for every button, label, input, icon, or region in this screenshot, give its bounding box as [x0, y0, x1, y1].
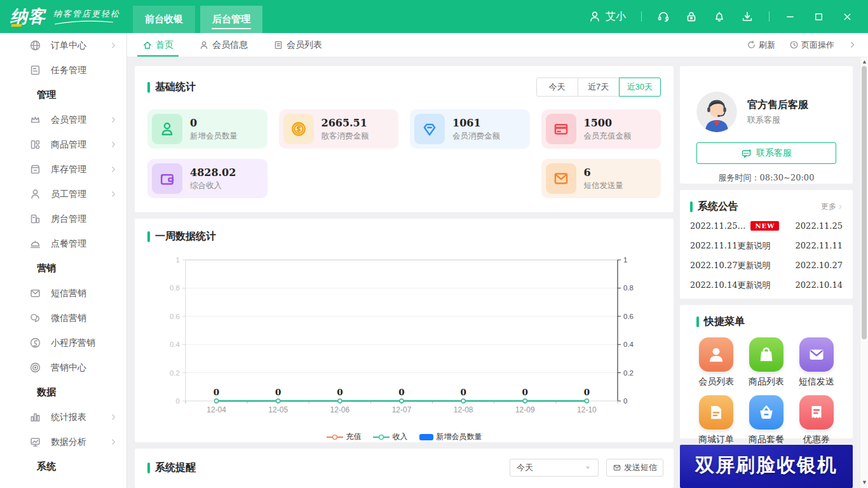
basic-stats-header: 基础统计 今天 近7天 近30天	[135, 66, 674, 97]
announcement-row[interactable]: 2022.11.25… NEW 2022.11.25	[680, 216, 853, 236]
service-title: 官方售后客服	[747, 98, 808, 112]
filter-7days[interactable]: 近7天	[578, 78, 620, 97]
legend-item[interactable]: 充值	[327, 431, 362, 442]
room-icon	[29, 213, 41, 225]
quick-coupon[interactable]: 优惠券	[791, 395, 841, 445]
tab-home[interactable]: 首页	[141, 33, 175, 57]
svg-text:0: 0	[398, 387, 404, 397]
svg-text:1: 1	[623, 256, 627, 264]
svg-text:0: 0	[584, 387, 590, 397]
sidebar-item-staff-manage[interactable]: 员工管理	[0, 182, 126, 207]
app-slogan: 纳客管店更轻松	[53, 8, 120, 20]
sidebar-item-label: 微信营销	[51, 313, 118, 324]
download-icon[interactable]	[741, 10, 754, 23]
refresh-button[interactable]: 刷新	[747, 39, 775, 51]
user-menu[interactable]: 艾小	[588, 10, 626, 24]
quick-label: 短信发送	[799, 376, 834, 388]
basic-stats-title: 基础统计	[155, 81, 196, 94]
more-link[interactable]: 更多	[821, 201, 844, 212]
quick-member-list[interactable]: 会员列表	[691, 337, 742, 388]
maximize-icon[interactable]	[813, 11, 824, 22]
contact-service-button[interactable]: 联系客服	[696, 142, 836, 164]
sidebar-item-wechat-marketing[interactable]: 微信营销	[0, 306, 126, 330]
legend-item[interactable]: 收入	[373, 431, 408, 442]
sidebar-item-data-analysis[interactable]: 数据分析	[0, 430, 126, 454]
qm-bag-icon	[757, 345, 776, 364]
tab-backoffice[interactable]: 后台管理	[200, 6, 262, 33]
tab-member-info[interactable]: 会员信息	[198, 33, 249, 57]
headset-icon[interactable]	[657, 10, 670, 23]
svg-text:12-08: 12-08	[454, 405, 473, 414]
svg-text:0: 0	[522, 387, 528, 397]
sidebar-item-order-center[interactable]: 订单中心	[0, 33, 126, 58]
sidebar-item-miniapp-marketing[interactable]: 小程序营销	[0, 330, 126, 355]
bell-icon[interactable]	[713, 10, 726, 23]
stat-walkin-spend[interactable]: 2665.51 散客消费金额	[279, 109, 399, 149]
sidebar-item-marketing-center[interactable]: 营销中心	[0, 355, 126, 380]
stat-sms-sent[interactable]: 6 短信发送量	[541, 159, 661, 198]
ad-banner[interactable]: 双屏刷脸收银机	[680, 445, 853, 488]
lock-icon[interactable]	[685, 10, 698, 23]
sidebar-item-task-manage[interactable]: 任务管理	[0, 58, 126, 83]
announcements-card: 系统公告 更多 2022.11.25… NEW 2022.11.25	[680, 190, 853, 299]
announcement-row[interactable]: 2022.10.14更新说明 2022.10.14	[680, 275, 853, 295]
app-logo: 纳客	[10, 5, 46, 28]
time-filter-group: 今天 近7天 近30天	[536, 78, 661, 97]
announcement-title: 2022.10.27更新说明	[690, 260, 770, 271]
stat-total-income[interactable]: 4828.02 综合收入	[147, 159, 268, 198]
dish-icon	[29, 238, 41, 250]
service-subtitle: 联系客服	[747, 114, 808, 126]
sms-icon	[613, 463, 621, 472]
legend-item[interactable]: 新增会员数量	[419, 431, 482, 442]
sidebar-item-member-manage[interactable]: 会员管理	[0, 107, 126, 132]
weekly-line-chart[interactable]: 000.20.20.40.40.60.60.80.81112-0412-0512…	[144, 248, 658, 428]
tab-member-list[interactable]: 会员列表	[272, 33, 323, 57]
accent-bar	[147, 82, 150, 93]
stat-new-members[interactable]: 0 新增会员数量	[147, 109, 268, 149]
svg-text:0: 0	[214, 387, 219, 397]
sidebar-item-goods-manage[interactable]: 商品管理	[0, 132, 126, 157]
reminder-day-select[interactable]: 今天	[510, 459, 599, 477]
quick-label: 会员列表	[698, 376, 734, 388]
quick-goods-combo[interactable]: 商品套餐	[742, 395, 792, 445]
filter-today[interactable]: 今天	[536, 78, 578, 97]
qm-basket-icon	[757, 403, 776, 422]
slogan-wrap: 纳客管店更轻松	[53, 8, 120, 25]
quick-menu-card: 快捷菜单 会员列表 商品列表 短信发送	[680, 305, 853, 438]
close-icon[interactable]	[842, 11, 853, 22]
sidebar-item-label: 点餐管理	[51, 238, 118, 250]
task-icon	[29, 64, 41, 76]
quick-sms-send[interactable]: 短信发送	[791, 337, 841, 388]
stat-value: 1061	[452, 117, 500, 129]
scroll-up-arrow[interactable]: ▲	[860, 57, 868, 66]
stat-member-spend[interactable]: 1061 会员消费金额	[410, 109, 530, 149]
scroll-down-arrow[interactable]: ▼	[860, 478, 868, 487]
accent-bar	[147, 231, 150, 242]
send-sms-button[interactable]: 发送短信	[606, 459, 663, 477]
quick-goods-list[interactable]: 商品列表	[742, 337, 792, 388]
chevron-right-icon[interactable]	[848, 41, 857, 49]
quick-mall-orders[interactable]: 商城订单	[691, 395, 742, 445]
user-icon	[588, 10, 601, 23]
chevron-right-icon	[109, 190, 118, 198]
sidebar-item-label: 员工管理	[51, 189, 109, 200]
announcement-row[interactable]: 2022.11.11更新说明 2022.11.11	[680, 236, 853, 255]
announcement-row[interactable]: 2022.10.27更新说明 2022.10.27	[680, 255, 853, 275]
minimize-icon[interactable]	[785, 11, 796, 22]
filter-30days[interactable]: 近30天	[619, 78, 661, 97]
sidebar-item-inventory-manage[interactable]: 库存管理	[0, 157, 126, 182]
sidebar-item-dining-manage[interactable]: 点餐管理	[0, 231, 126, 256]
vertical-scrollbar[interactable]: ▲ ▼	[860, 57, 868, 488]
sidebar-item-label: 数据分析	[51, 437, 109, 448]
sidebar-item-sms-marketing[interactable]: 短信营销	[0, 281, 126, 306]
sidebar-item-report-stats[interactable]: 统计报表	[0, 405, 126, 430]
scrollbar-thumb[interactable]	[862, 66, 867, 339]
page-ops-button[interactable]: 页面操作	[789, 39, 834, 51]
stat-member-recharge[interactable]: 1500 会员充值金额	[541, 109, 661, 149]
sidebar-item-label: 小程序营销	[51, 337, 118, 349]
tab-front-cashier[interactable]: 前台收银	[133, 6, 195, 33]
announcement-title: 2022.11.11更新说明	[690, 240, 770, 252]
quick-icon-box	[799, 337, 834, 372]
sidebar-item-room-manage[interactable]: 房台管理	[0, 207, 126, 231]
quick-icon-box	[699, 395, 733, 430]
